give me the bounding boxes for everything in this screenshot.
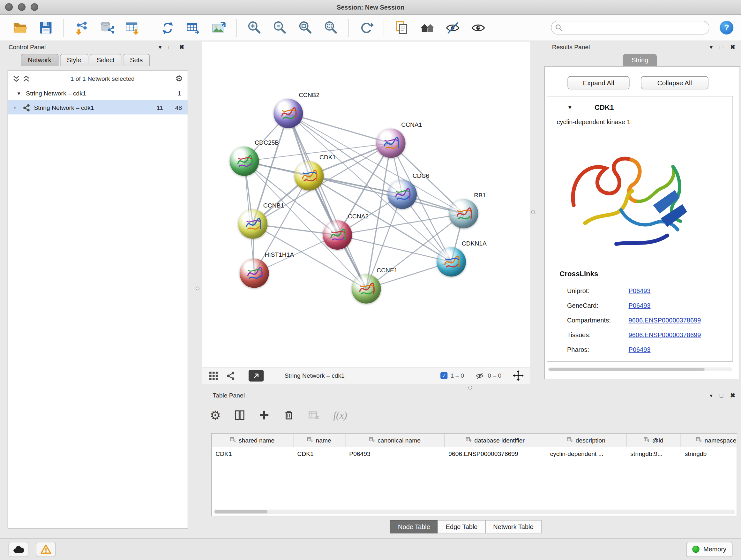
search-input[interactable] bbox=[551, 21, 710, 35]
tab-string[interactable]: String bbox=[623, 54, 657, 66]
table-cell[interactable]: stringdb:9... bbox=[627, 450, 681, 457]
table-settings-gear-icon[interactable]: ⚙ bbox=[210, 409, 221, 422]
table-cell[interactable]: stringdb bbox=[681, 450, 737, 457]
tab-select[interactable]: Select bbox=[90, 54, 122, 66]
table-cell[interactable]: CDK1 bbox=[212, 450, 293, 457]
network-canvas[interactable]: CCNB2CCNA1CDC25BCDK1CDC6RB1CCNB1CCNA2CDK… bbox=[202, 42, 530, 367]
copy-document-button[interactable] bbox=[392, 18, 412, 38]
float-panel-icon[interactable]: □ bbox=[169, 44, 172, 50]
function-builder-fx-button[interactable]: f(x) bbox=[333, 409, 347, 421]
export-image-button[interactable] bbox=[209, 18, 229, 38]
import-network-from-file-button[interactable] bbox=[71, 18, 91, 38]
network-edge[interactable] bbox=[288, 113, 391, 143]
hide-selected-button[interactable] bbox=[443, 18, 463, 38]
network-row-selected[interactable]: ● String Network – cdk1 11 48 bbox=[8, 100, 188, 114]
show-all-button[interactable] bbox=[468, 18, 488, 38]
network-node-ccna1[interactable] bbox=[376, 129, 406, 158]
add-column-plus-icon[interactable] bbox=[259, 409, 270, 421]
scrollbar-thumb[interactable] bbox=[214, 510, 267, 513]
network-node-cdc25b[interactable] bbox=[230, 146, 259, 176]
tab-edge-table[interactable]: Edge Table bbox=[438, 520, 486, 533]
show-columns-icon[interactable] bbox=[234, 409, 246, 421]
network-node-hist1h1a[interactable] bbox=[240, 259, 269, 288]
collapse-panel-icon[interactable]: ▾ bbox=[158, 44, 161, 50]
table-cell[interactable]: 9606.ENSP00000378699 bbox=[445, 450, 546, 457]
tab-style[interactable]: Style bbox=[60, 54, 88, 66]
pan-crosshair-icon[interactable] bbox=[513, 370, 524, 381]
detach-view-button[interactable] bbox=[249, 370, 264, 381]
import-network-from-database-button[interactable] bbox=[97, 18, 117, 38]
float-panel-icon[interactable]: □ bbox=[720, 393, 723, 398]
table-cell[interactable]: cyclin-dependent ... bbox=[546, 450, 627, 457]
apply-layout-button[interactable] bbox=[356, 18, 376, 38]
network-collection-row[interactable]: ▼ String Network – cdk1 1 bbox=[8, 86, 188, 100]
network-node-ccnb1[interactable] bbox=[238, 209, 267, 239]
tab-node-table[interactable]: Node Table bbox=[390, 520, 438, 533]
column-header-description[interactable]: description bbox=[546, 434, 627, 447]
table-horizontal-scrollbar[interactable] bbox=[213, 509, 735, 514]
delete-column-trash-icon[interactable] bbox=[283, 409, 295, 421]
export-table-button[interactable] bbox=[184, 18, 203, 38]
disclosure-triangle-icon[interactable]: ▼ bbox=[567, 104, 573, 111]
column-header-name[interactable]: name bbox=[293, 434, 346, 447]
network-edge[interactable] bbox=[288, 113, 366, 289]
close-panel-icon[interactable]: ✖ bbox=[730, 44, 735, 50]
results-horizontal-scrollbar[interactable] bbox=[548, 368, 732, 371]
network-node-ccnb2[interactable] bbox=[273, 99, 303, 128]
tab-network[interactable]: Network bbox=[21, 54, 58, 66]
column-header-canonical-name[interactable]: canonical name bbox=[346, 434, 445, 447]
network-view-icon[interactable] bbox=[226, 371, 235, 381]
column-header-shared-name[interactable]: shared name bbox=[212, 434, 293, 447]
column-header-database-identifier[interactable]: database identifier bbox=[445, 434, 546, 447]
expand-all-button[interactable]: Expand All bbox=[568, 76, 630, 89]
crosslink-link[interactable]: P06493 bbox=[629, 302, 651, 309]
new-network-from-selection-button[interactable] bbox=[158, 18, 178, 38]
open-session-button[interactable] bbox=[10, 18, 30, 38]
network-node-ccne1[interactable] bbox=[352, 274, 381, 304]
disclosure-triangle-icon[interactable]: ▼ bbox=[17, 91, 21, 96]
close-panel-icon[interactable]: ✖ bbox=[730, 392, 735, 398]
zoom-in-button[interactable] bbox=[245, 18, 264, 38]
table-cell[interactable]: CDK1 bbox=[293, 450, 346, 457]
zoom-selected-button[interactable] bbox=[321, 18, 341, 38]
gear-icon[interactable]: ⚙ bbox=[175, 73, 183, 84]
table-row[interactable]: CDK1CDK1P064939606.ENSP00000378699cyclin… bbox=[212, 447, 737, 460]
float-panel-icon[interactable]: □ bbox=[720, 44, 723, 50]
network-node-cdk1[interactable] bbox=[294, 161, 324, 191]
hidden-eye-slash-icon[interactable] bbox=[475, 371, 485, 380]
tab-network-table[interactable]: Network Table bbox=[485, 520, 542, 533]
selected-checkbox-icon[interactable]: ✓ bbox=[441, 372, 448, 379]
zoom-out-button[interactable] bbox=[270, 18, 290, 38]
collapse-all-button[interactable]: Collapse All bbox=[641, 76, 709, 89]
network-node-cdkn1a[interactable] bbox=[436, 247, 466, 276]
column-header--id[interactable]: @id bbox=[627, 434, 681, 447]
tab-sets[interactable]: Sets bbox=[123, 54, 150, 66]
left-splitter-handle[interactable] bbox=[196, 287, 199, 290]
collapse-panel-icon[interactable]: ▾ bbox=[710, 393, 713, 398]
scrollbar-thumb[interactable] bbox=[549, 368, 704, 371]
network-edge[interactable] bbox=[309, 176, 463, 213]
help-button[interactable]: ? bbox=[720, 21, 733, 35]
column-header-namespace[interactable]: namespace bbox=[681, 434, 737, 447]
crosslink-link[interactable]: P06493 bbox=[629, 287, 651, 294]
close-panel-icon[interactable]: ✖ bbox=[179, 44, 184, 50]
crosslink-link[interactable]: 9606.ENSP00000378699 bbox=[629, 331, 701, 338]
collapse-panel-icon[interactable]: ▾ bbox=[710, 44, 713, 50]
crosslink-link[interactable]: P06493 bbox=[629, 346, 651, 353]
save-session-button[interactable] bbox=[36, 18, 56, 38]
bottom-splitter-handle[interactable] bbox=[468, 386, 472, 389]
import-table-from-file-button[interactable] bbox=[123, 18, 142, 38]
expand-all-icon[interactable] bbox=[13, 75, 20, 82]
network-node-cdc6[interactable] bbox=[387, 180, 417, 209]
collapse-all-icon[interactable] bbox=[23, 75, 30, 82]
network-node-rb1[interactable] bbox=[449, 199, 478, 228]
birds-eye-view-button[interactable] bbox=[417, 18, 437, 38]
zoom-fit-button[interactable] bbox=[295, 18, 315, 38]
warnings-button[interactable] bbox=[36, 542, 56, 557]
right-splitter-handle[interactable] bbox=[531, 210, 535, 214]
memory-button[interactable]: Memory bbox=[686, 542, 733, 557]
crosslink-link[interactable]: 9606.ENSP00000378699 bbox=[629, 317, 701, 324]
network-node-ccna2[interactable] bbox=[323, 220, 352, 250]
table-cell[interactable]: P06493 bbox=[346, 450, 445, 457]
grid-view-icon[interactable] bbox=[209, 371, 219, 381]
